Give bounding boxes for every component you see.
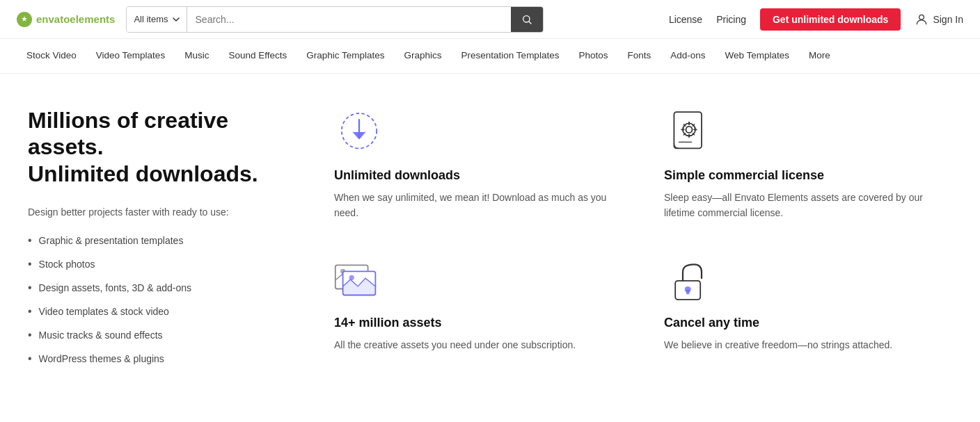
nav-photos[interactable]: Photos bbox=[569, 39, 617, 73]
nav-sound-effects[interactable]: Sound Effects bbox=[219, 39, 297, 73]
nav-graphic-templates[interactable]: Graphic Templates bbox=[297, 39, 394, 73]
list-item: Video templates & stock video bbox=[28, 300, 306, 323]
search-button[interactable] bbox=[511, 7, 543, 32]
license-icon bbox=[664, 107, 714, 157]
list-item: Design assets, fonts, 3D & add-ons bbox=[28, 276, 306, 300]
hero-section: Millions of creative assets.Unlimited do… bbox=[28, 107, 306, 371]
feature-unlimited-downloads: Unlimited downloads When we say unlimite… bbox=[334, 107, 622, 221]
search-input[interactable] bbox=[187, 7, 512, 32]
list-item: Stock photos bbox=[28, 252, 306, 276]
download-icon bbox=[334, 107, 384, 157]
features-section: Unlimited downloads When we say unlimite… bbox=[334, 107, 952, 371]
header-nav: License Pricing Get unlimited downloads … bbox=[669, 8, 963, 31]
main-content: Millions of creative assets.Unlimited do… bbox=[0, 74, 980, 404]
account-icon bbox=[915, 13, 928, 26]
feature-cancel: Cancel any time We believe in creative f… bbox=[664, 254, 952, 352]
nav-graphics[interactable]: Graphics bbox=[395, 39, 452, 73]
features-col-2: Simple commercial license Sleep easy—all… bbox=[664, 107, 952, 371]
nav-web-templates[interactable]: Web Templates bbox=[716, 39, 800, 73]
hero-title: Millions of creative assets.Unlimited do… bbox=[28, 107, 306, 187]
nav-fonts[interactable]: Fonts bbox=[617, 39, 661, 73]
svg-point-1 bbox=[919, 15, 924, 19]
cancel-icon bbox=[664, 254, 714, 305]
nav-stock-video[interactable]: Stock Video bbox=[17, 39, 86, 73]
nav-video-templates[interactable]: Video Templates bbox=[86, 39, 175, 73]
search-category-dropdown[interactable]: All items bbox=[127, 7, 187, 32]
search-bar: All items bbox=[126, 6, 544, 33]
logo-text: envatoelements bbox=[36, 13, 115, 25]
pricing-link[interactable]: Pricing bbox=[716, 14, 746, 25]
feature-desc: When we say unlimited, we mean it! Downl… bbox=[334, 190, 622, 221]
list-item: Music tracks & sound effects bbox=[28, 323, 306, 347]
hero-desc: Design better projects faster with ready… bbox=[28, 206, 306, 218]
svg-rect-8 bbox=[674, 112, 702, 148]
svg-rect-13 bbox=[686, 289, 690, 294]
header: envatoelements All items License Pricing… bbox=[0, 0, 980, 39]
nav-music[interactable]: Music bbox=[175, 39, 219, 73]
list-item: WordPress themes & plugins bbox=[28, 347, 306, 371]
logo[interactable]: envatoelements bbox=[17, 12, 115, 27]
feature-desc: All the creative assets you need under o… bbox=[334, 337, 622, 352]
dropdown-label: All items bbox=[134, 14, 168, 24]
feature-title: Simple commercial license bbox=[664, 168, 952, 183]
feature-license: Simple commercial license Sleep easy—all… bbox=[664, 107, 952, 221]
chevron-down-icon bbox=[173, 16, 180, 23]
search-icon bbox=[521, 14, 532, 25]
feature-desc: Sleep easy—all Envato Elements assets ar… bbox=[664, 190, 952, 221]
svg-marker-3 bbox=[353, 132, 365, 140]
category-navbar: Stock Video Video Templates Music Sound … bbox=[0, 39, 980, 74]
nav-more[interactable]: More bbox=[799, 39, 840, 73]
nav-presentation-templates[interactable]: Presentation Templates bbox=[452, 39, 569, 73]
assets-icon bbox=[334, 254, 384, 305]
features-col-1: Unlimited downloads When we say unlimite… bbox=[334, 107, 622, 371]
list-item: Graphic & presentation templates bbox=[28, 229, 306, 252]
feature-title: Unlimited downloads bbox=[334, 168, 622, 183]
feature-million-assets: 14+ million assets All the creative asse… bbox=[334, 254, 622, 352]
logo-icon bbox=[17, 12, 32, 27]
nav-add-ons[interactable]: Add-ons bbox=[661, 39, 715, 73]
license-link[interactable]: License bbox=[669, 14, 702, 25]
feature-desc: We believe in creative freedom—no string… bbox=[664, 337, 952, 352]
sign-in-label: Sign In bbox=[933, 14, 963, 25]
feature-title: Cancel any time bbox=[664, 316, 952, 330]
svg-point-7 bbox=[349, 275, 354, 279]
feature-list: Graphic & presentation templates Stock p… bbox=[28, 229, 306, 371]
feature-title: 14+ million assets bbox=[334, 316, 622, 330]
sign-in-button[interactable]: Sign In bbox=[915, 13, 963, 26]
cta-button[interactable]: Get unlimited downloads bbox=[760, 8, 901, 31]
